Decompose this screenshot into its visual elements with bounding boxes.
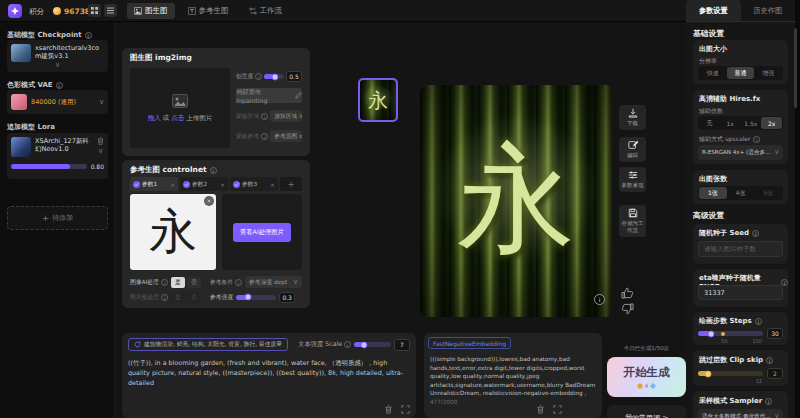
steps-slider[interactable] — [698, 331, 763, 336]
favorite-words-button[interactable]: 我的常用词 > — [607, 405, 686, 418]
image-icon — [134, 7, 142, 15]
trash-icon[interactable] — [97, 137, 104, 145]
grid-view-icon[interactable] — [88, 4, 101, 17]
result-thumbnail[interactable]: 永 — [358, 78, 398, 122]
checkpoint-card[interactable]: xsarchitecturalv3com建筑v3.1 ∨ — [7, 40, 108, 72]
tab-workflow[interactable]: 工作流 — [242, 3, 290, 19]
resolution-normal[interactable]: 普通 — [727, 67, 755, 79]
edit-button[interactable]: 编辑 — [619, 137, 646, 162]
cn-strength-slider[interactable] — [236, 295, 276, 300]
cfg-scale-slider[interactable] — [354, 342, 391, 347]
upscaler-dropdown[interactable]: R-ESRGAN 4x+ (适合多种风∨ — [698, 145, 783, 160]
controlnet-tab-2[interactable]: 参数2× — [180, 177, 228, 191]
download-button[interactable]: 下载 — [619, 105, 646, 130]
denoise-slider[interactable] — [264, 74, 284, 79]
negative-prompt-text[interactable]: (((simple background))),lowres,bad anato… — [430, 355, 596, 406]
close-icon[interactable]: × — [270, 181, 275, 188]
chevron-down-icon[interactable]: ∨ — [11, 62, 104, 69]
info-icon[interactable]: i — [85, 32, 92, 39]
info-icon[interactable]: i — [755, 318, 762, 325]
info-icon[interactable]: i — [781, 279, 788, 286]
image-info-icon[interactable]: i — [594, 294, 605, 305]
sampler-dropdown[interactable]: 适合大多数模式·最优迭代 (DP∨ — [698, 409, 783, 418]
close-icon[interactable]: × — [220, 181, 225, 188]
generate-button[interactable]: 开始生成 4 — [607, 357, 686, 397]
info-icon[interactable]: i — [765, 398, 772, 405]
controlnet-tabs: 参数1× 参数2× 参数3× + — [130, 177, 302, 191]
cfg-scale-value[interactable]: 7 — [394, 339, 410, 351]
steps-value[interactable]: 30 — [767, 328, 783, 339]
clip-skip-card: 跳过层数 Clip skipi 2 12 — [693, 350, 788, 386]
add-lora-button[interactable]: + 待添加 — [7, 206, 108, 230]
panel-scrollbar[interactable] — [794, 28, 797, 108]
thumbs-down-button[interactable] — [621, 303, 634, 315]
condition-dropdown[interactable]: 参考深度 dept∨ — [245, 276, 302, 288]
checkpoint-model-name: xsarchitecturalv3com建筑v3.1 — [35, 44, 104, 61]
trash-icon[interactable] — [384, 405, 393, 414]
hires-none[interactable]: 无 — [699, 117, 720, 129]
lora-weight-value: 0.80 — [91, 163, 104, 170]
add-controlnet-tab-button[interactable]: + — [280, 177, 302, 191]
tab-history[interactable]: 历史作图 — [741, 0, 796, 21]
hires-2x[interactable]: 2x — [761, 117, 782, 129]
reuse-params-button[interactable]: 参数重现 — [619, 167, 646, 192]
ai-process-toggle[interactable]: 是 否 — [171, 277, 201, 288]
generated-image[interactable]: 永 i — [420, 85, 612, 317]
points-value[interactable]: 96738 — [64, 7, 90, 16]
denoise-value[interactable]: 0.5 — [286, 71, 302, 82]
view-ai-processed-button[interactable]: 查看AI处理图片 — [233, 223, 291, 242]
upload-dropzone[interactable]: 拖入 或 点击 上传图片 — [130, 68, 230, 148]
negative-embedding-chip[interactable]: FastNegativeEmbedding — [428, 337, 511, 349]
cn-strength-value[interactable]: 0.3 — [279, 292, 295, 303]
tab-ref-generate[interactable]: 参考生图 — [181, 3, 236, 19]
hires-1-5x[interactable]: 1.5x — [741, 117, 762, 129]
resolution-enhanced[interactable]: 增强 — [754, 67, 782, 79]
info-icon[interactable]: i — [210, 167, 217, 174]
expand-icon[interactable] — [401, 405, 410, 414]
close-icon[interactable]: × — [170, 181, 175, 188]
steps-card: 绘画步数 Stepsi 30 50 150 — [693, 312, 788, 345]
app-logo-icon[interactable] — [8, 4, 22, 18]
no-button[interactable]: 否 — [187, 277, 201, 288]
generate-cost-value: 4 — [645, 382, 649, 389]
resolution-segment: 快速 普通 增强 — [698, 66, 783, 80]
count-1[interactable]: 1张 — [699, 187, 727, 199]
clip-skip-value[interactable]: 2 — [767, 368, 783, 379]
resolution-fast[interactable]: 快速 — [699, 67, 727, 79]
mask-ref-dropdown[interactable]: 参考原图 or∨ — [270, 130, 302, 142]
expand-icon[interactable] — [553, 405, 562, 414]
controlnet-tab-3[interactable]: 参数3× — [230, 177, 278, 191]
chevron-down-icon[interactable]: ∨ — [99, 99, 104, 106]
info-icon[interactable]: i — [753, 136, 760, 143]
reference-image[interactable]: 永 × — [130, 194, 216, 270]
info-icon[interactable]: i — [766, 357, 773, 364]
lora-weight-slider[interactable] — [11, 164, 87, 169]
inpainting-button[interactable]: 局部重绘 inpainting — [236, 88, 302, 103]
sampler-label: 采样模式 Sampleri — [699, 396, 772, 406]
close-icon[interactable]: × — [204, 196, 214, 206]
tab-parameters[interactable]: 参数设置 — [686, 0, 741, 21]
tab-img2img[interactable]: 图生图 — [127, 3, 175, 19]
save-workflow-button[interactable]: 存储为工作流 — [619, 205, 646, 237]
yes-button[interactable]: 是 — [171, 277, 185, 288]
vae-card[interactable]: 840000 (通用) ∨ — [7, 90, 108, 114]
clip-skip-slider[interactable] — [698, 371, 763, 376]
thumbs-up-button[interactable] — [621, 287, 634, 299]
chevron-down-icon[interactable]: ∨ — [98, 148, 103, 155]
menu-icon[interactable] — [104, 4, 117, 17]
trash-icon[interactable] — [536, 405, 545, 414]
positive-prompt-text[interactable]: ((竹子)), in a blooming garden, (fresh and… — [128, 359, 410, 389]
controlnet-panel: 参考生图 controlneti 参数1× 参数2× 参数3× + 永 × 查看… — [122, 160, 310, 308]
info-icon[interactable]: i — [752, 230, 759, 237]
seed-input[interactable] — [698, 241, 783, 257]
count-4[interactable]: 4张 — [727, 187, 755, 199]
ensd-input[interactable] — [698, 285, 783, 300]
tag-suggestion-chip[interactable]: 建筑物渲染, 鲜亮, 结构, 太阳光, 背景, 旅行, 最佳质量 — [128, 338, 288, 351]
info-icon[interactable]: i — [56, 82, 63, 89]
controlnet-tab-1[interactable]: 参数1× — [130, 177, 178, 191]
hires-1x[interactable]: 1x — [720, 117, 741, 129]
thumbs-up-icon — [621, 287, 634, 299]
lora-card[interactable]: XSArchi_127新科幻Neov1.0 ∨ 0.80 — [7, 133, 108, 179]
mask-area-dropdown[interactable]: 涂抹区域 in∨ — [270, 110, 302, 122]
save-workflow-label: 存储为工作流 — [620, 220, 645, 234]
